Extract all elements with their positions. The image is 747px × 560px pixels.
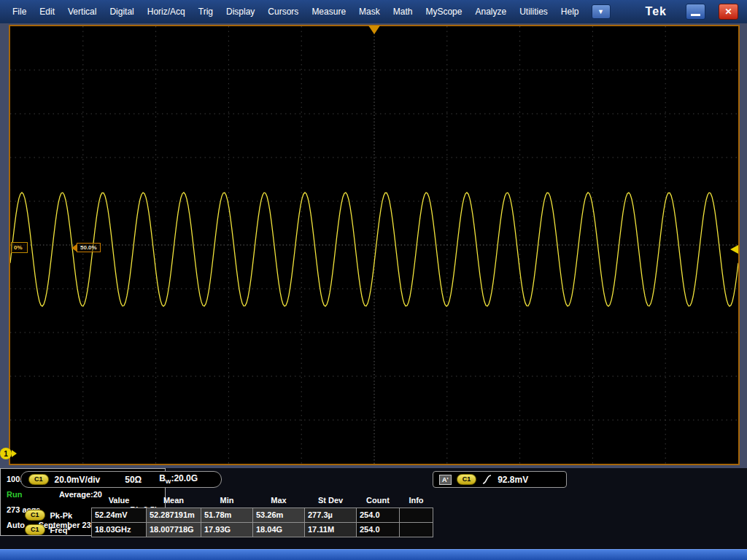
measurement-column-header: Count xyxy=(357,495,399,506)
measurement-row-label: C1Freq* xyxy=(22,522,91,537)
measurement-cell: 18.007718G xyxy=(147,523,201,537)
trigger-level-label: 50.0% xyxy=(77,243,101,252)
rising-edge-icon xyxy=(481,474,492,485)
channel-badge: C1 xyxy=(28,474,49,485)
trigger-level-marker-50pct[interactable]: 50.0% xyxy=(71,243,101,252)
bandwidth-readout: BW:20.0G xyxy=(159,473,198,485)
menu-item-display[interactable]: Display xyxy=(220,0,261,23)
menu-item-myscope[interactable]: MyScope xyxy=(419,0,468,23)
close-icon: ✕ xyxy=(724,7,732,17)
measurement-column-header: Min xyxy=(201,495,252,506)
menu-item-mask[interactable]: Mask xyxy=(352,0,387,23)
channel-badge: C1 xyxy=(457,474,477,485)
close-button[interactable]: ✕ xyxy=(719,4,738,20)
menu-overflow-button[interactable]: ▼ xyxy=(592,4,611,19)
measurement-cell: 17.11M xyxy=(305,523,356,537)
measurement-column-header: Mean xyxy=(147,495,201,506)
measurement-cell: 51.78m xyxy=(201,508,252,522)
measurement-row: C1Pk-Pk52.24mV52.287191m51.78m53.26m277.… xyxy=(22,508,430,523)
measurement-cell: 277.3µ xyxy=(305,508,356,522)
measurement-cell: 52.24mV xyxy=(92,508,146,522)
measurement-cell: 18.03GHz xyxy=(92,523,146,537)
reference-marker-0pct: 0% xyxy=(11,242,28,253)
trigger-a-badge: A' xyxy=(439,475,452,485)
menu-item-trig[interactable]: Trig xyxy=(192,0,220,23)
taskbar-strip xyxy=(0,549,747,560)
measurement-cell: 17.93G xyxy=(201,523,252,537)
tek-logo: Tek xyxy=(646,5,667,18)
right-arrow-icon xyxy=(12,450,17,457)
graticule: 0% 50.0% 1 xyxy=(9,25,740,465)
menu-item-horizacq[interactable]: Horiz/Acq xyxy=(141,0,192,23)
channel-badge: C1 xyxy=(25,510,45,521)
readout-area: C1 20.0mV/div 50Ω BW:20.0G A' C1 92.8mV … xyxy=(0,468,747,549)
measurement-cell: 53.26m xyxy=(253,508,304,522)
left-arrow-icon xyxy=(71,244,77,252)
menu-item-measure[interactable]: Measure xyxy=(305,0,352,23)
measurement-cell xyxy=(400,508,433,522)
menu-item-edit[interactable]: Edit xyxy=(33,0,61,23)
channel1-position-marker[interactable]: 1 xyxy=(0,448,17,459)
measurement-cell: 18.04G xyxy=(253,523,304,537)
channel1-badge: 1 xyxy=(0,448,12,459)
oscilloscope-window: FileEditVerticalDigitalHoriz/AcqTrigDisp… xyxy=(0,0,747,560)
trigger-level-arrow[interactable] xyxy=(730,245,738,254)
measurement-column-header: St Dev xyxy=(305,495,356,506)
measurement-column-header: Value xyxy=(92,495,146,506)
chevron-down-icon: ▼ xyxy=(597,8,604,15)
trigger-readout-panel[interactable]: A' C1 92.8mV xyxy=(433,471,567,488)
measurement-cell xyxy=(400,523,433,537)
menu-item-help[interactable]: Help xyxy=(554,0,586,23)
menu-item-digital[interactable]: Digital xyxy=(103,0,140,23)
measurement-table: ValueMeanMinMaxSt DevCountInfo C1Pk-Pk52… xyxy=(22,494,430,537)
menu-item-vertical[interactable]: Vertical xyxy=(61,0,103,23)
channel1-readout-panel[interactable]: C1 20.0mV/div 50Ω BW:20.0G xyxy=(20,471,222,488)
menu-item-math[interactable]: Math xyxy=(387,0,419,23)
measurement-name: Pk-Pk xyxy=(50,511,73,520)
menu-item-cursors[interactable]: Cursors xyxy=(261,0,305,23)
vertical-scale: 20.0mV/div xyxy=(55,475,101,485)
measurement-column-header: Max xyxy=(253,495,304,506)
menu-item-utilities[interactable]: Utilities xyxy=(513,0,554,23)
menu-bar: FileEditVerticalDigitalHoriz/AcqTrigDisp… xyxy=(0,0,747,23)
menu-items: FileEditVerticalDigitalHoriz/AcqTrigDisp… xyxy=(6,0,586,23)
measurement-row: C1Freq*18.03GHz18.007718G17.93G18.04G17.… xyxy=(22,522,430,537)
measurement-cell: 52.287191m xyxy=(147,508,201,522)
input-impedance: 50Ω xyxy=(125,475,142,485)
channel-badge: C1 xyxy=(25,524,45,535)
measurement-table-header: ValueMeanMinMaxSt DevCountInfo xyxy=(22,494,430,507)
menu-item-file[interactable]: File xyxy=(6,0,33,23)
display-background: 0% 50.0% 1 xyxy=(0,23,747,468)
measurement-row-label: C1Pk-Pk xyxy=(22,508,91,523)
measurement-column-header: Info xyxy=(400,495,433,506)
measurement-cell: 254.0 xyxy=(357,508,399,522)
waveform-plot xyxy=(10,26,738,464)
measurement-cell: 254.0 xyxy=(357,523,399,537)
menu-item-analyze[interactable]: Analyze xyxy=(468,0,513,23)
measurement-name: Freq* xyxy=(50,526,71,534)
trigger-position-marker[interactable] xyxy=(368,26,380,34)
trigger-level-readout: 92.8mV xyxy=(498,475,528,485)
minimize-button[interactable] xyxy=(686,4,705,20)
